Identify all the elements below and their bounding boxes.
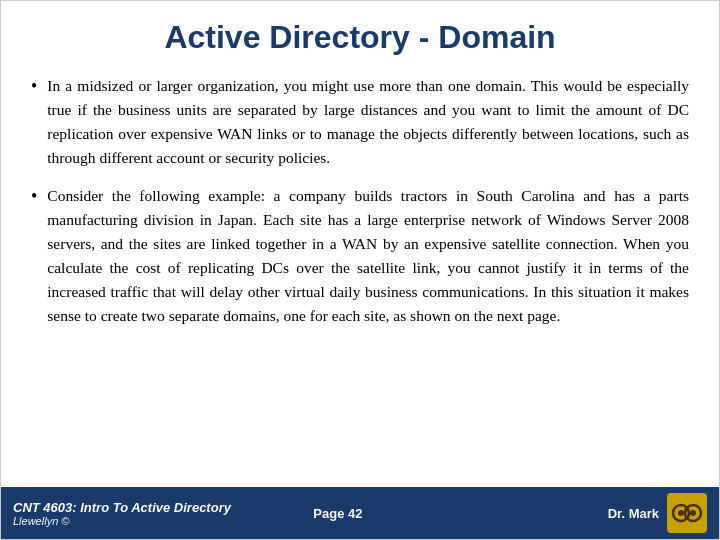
bullet-text-2: Consider the following example: a compan…	[47, 184, 689, 328]
slide-footer: CNT 4603: Intro To Active Directory Llew…	[1, 487, 719, 539]
footer-course: CNT 4603: Intro To Active Directory	[13, 500, 231, 515]
footer-author-sub: Llewellyn ©	[13, 515, 231, 527]
svg-point-4	[690, 510, 696, 516]
bullet-item-1: • In a midsized or larger organization, …	[31, 74, 689, 170]
footer-logo-icon	[667, 493, 707, 533]
bullet-text-1: In a midsized or larger organization, yo…	[47, 74, 689, 170]
bullet-dot-2: •	[31, 186, 37, 207]
footer-left-stack: CNT 4603: Intro To Active Directory Llew…	[13, 500, 231, 527]
slide-title: Active Directory - Domain	[1, 1, 719, 70]
svg-point-3	[678, 510, 684, 516]
bullet-item-2: • Consider the following example: a comp…	[31, 184, 689, 328]
slide-content: • In a midsized or larger organization, …	[1, 70, 719, 487]
bullet-dot-1: •	[31, 76, 37, 97]
footer-instructor: Dr. Mark	[445, 506, 659, 521]
slide-container: Active Directory - Domain • In a midsize…	[0, 0, 720, 540]
footer-page: Page 42	[231, 506, 445, 521]
